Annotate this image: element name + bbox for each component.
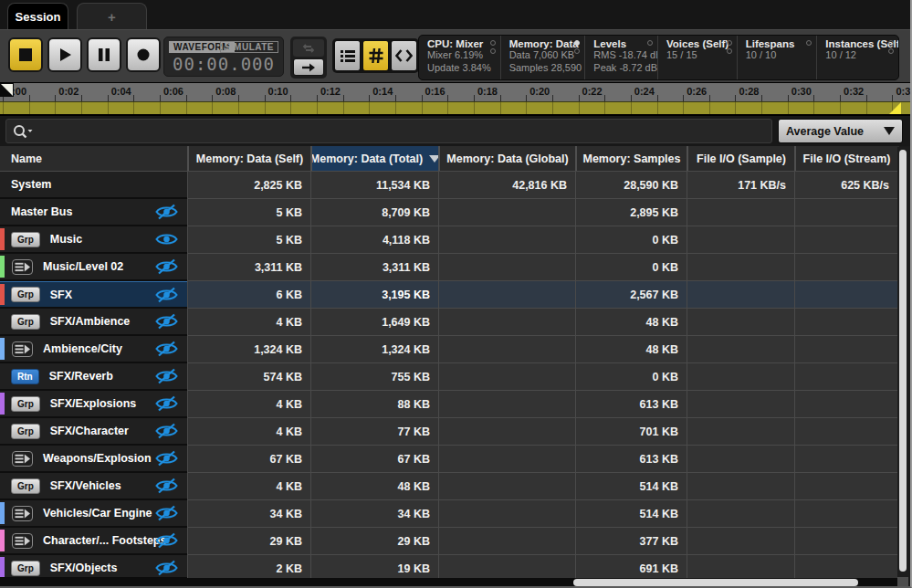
name-cell[interactable]: GrpSFX/Explosions bbox=[0, 391, 187, 418]
table-row-sfx-character[interactable]: GrpSFX/Character 4 KB77 KB701 KB bbox=[0, 418, 899, 446]
value-cell-memory-data-total[interactable]: 19 KB bbox=[310, 555, 438, 578]
name-cell[interactable]: GrpSFX bbox=[0, 281, 187, 309]
value-cell-memory-data-total[interactable]: 3,195 KB bbox=[310, 281, 438, 309]
value-cell-memory-data-global[interactable] bbox=[438, 254, 575, 281]
value-cell-memory-data-self[interactable]: 6 KB bbox=[187, 281, 310, 309]
value-cell-file-i-o-sample[interactable] bbox=[687, 446, 794, 473]
value-cell-file-i-o-stream[interactable] bbox=[794, 281, 897, 309]
value-cell-file-i-o-sample[interactable] bbox=[687, 226, 794, 254]
value-cell-file-i-o-sample[interactable] bbox=[687, 555, 794, 578]
value-cell-file-i-o-stream[interactable] bbox=[794, 528, 897, 555]
column-header-file-i-o-stream[interactable]: File I/O (Stream) bbox=[794, 146, 897, 171]
name-cell[interactable]: Master Bus bbox=[0, 199, 187, 226]
counter-levels[interactable]: LevelsRMS -18.74 dBPeak -8.72 dB bbox=[584, 36, 657, 79]
value-cell-file-i-o-sample[interactable] bbox=[687, 336, 794, 363]
value-cell-memory-data-global[interactable] bbox=[438, 500, 575, 528]
value-cell-memory-data-self[interactable]: 34 KB bbox=[187, 500, 310, 528]
value-cell-file-i-o-sample[interactable] bbox=[687, 254, 794, 281]
value-cell-file-i-o-stream[interactable] bbox=[794, 473, 897, 500]
value-cell-file-i-o-stream[interactable] bbox=[794, 446, 897, 473]
value-cell-file-i-o-stream[interactable] bbox=[794, 309, 897, 336]
counter-memory-data[interactable]: Memory: DataData 7,060 KBSamples 28,590 … bbox=[500, 36, 585, 79]
aggregation-dropdown[interactable]: Average Value bbox=[778, 119, 903, 143]
value-cell-memory-data-global[interactable] bbox=[438, 528, 575, 555]
play-button[interactable] bbox=[47, 37, 82, 72]
value-cell-memory-data-self[interactable]: 4 KB bbox=[187, 418, 310, 446]
name-cell[interactable]: GrpSFX/Vehicles bbox=[0, 473, 187, 500]
value-cell-memory-data-total[interactable]: 4,118 KB bbox=[310, 226, 438, 254]
name-cell[interactable]: GrpSFX/Objects bbox=[0, 555, 187, 578]
visibility-off-eye-icon[interactable] bbox=[154, 478, 179, 494]
value-cell-memory-data-global[interactable] bbox=[438, 418, 575, 446]
visibility-off-eye-icon[interactable] bbox=[154, 341, 179, 357]
column-header-memory-data-global[interactable]: Memory: Data (Global) bbox=[438, 146, 575, 171]
value-cell-memory-samples[interactable]: 377 KB bbox=[575, 528, 687, 555]
value-cell-memory-data-self[interactable]: 4 KB bbox=[187, 309, 310, 336]
tab-session[interactable]: Session bbox=[7, 3, 68, 29]
record-button[interactable] bbox=[126, 37, 161, 72]
column-header-file-i-o-sample[interactable]: File I/O (Sample) bbox=[687, 146, 794, 171]
visibility-off-eye-icon[interactable] bbox=[154, 505, 179, 521]
value-cell-memory-samples[interactable]: 2,895 KB bbox=[575, 199, 687, 226]
table-row-music[interactable]: GrpMusic 5 KB4,118 KB0 KB bbox=[0, 226, 899, 254]
value-cell-memory-samples[interactable]: 0 KB bbox=[575, 254, 687, 281]
value-cell-memory-data-global[interactable] bbox=[438, 199, 575, 226]
name-cell[interactable]: Vehicles/Car Engine bbox=[0, 500, 187, 528]
value-cell-memory-samples[interactable]: 514 KB bbox=[575, 473, 687, 500]
table-row-character-footsteps[interactable]: Character/... Footsteps 29 KB29 KB377 KB bbox=[0, 528, 899, 555]
value-cell-file-i-o-sample[interactable] bbox=[687, 363, 794, 391]
vertical-scrollbar-thumb[interactable] bbox=[899, 150, 907, 572]
value-cell-memory-data-global[interactable] bbox=[438, 336, 575, 363]
table-row-sfx[interactable]: GrpSFX 6 KB3,195 KB2,567 KB bbox=[0, 281, 899, 309]
name-cell[interactable]: System bbox=[0, 172, 187, 199]
value-cell-memory-samples[interactable]: 691 KB bbox=[575, 555, 687, 578]
name-cell[interactable]: GrpSFX/Character bbox=[0, 418, 187, 446]
value-cell-memory-data-self[interactable]: 574 KB bbox=[187, 363, 310, 391]
value-cell-memory-data-self[interactable]: 67 KB bbox=[187, 446, 310, 473]
value-cell-file-i-o-sample[interactable] bbox=[687, 309, 794, 336]
value-cell-memory-data-total[interactable]: 755 KB bbox=[310, 363, 438, 391]
value-cell-file-i-o-stream[interactable] bbox=[794, 391, 897, 418]
value-cell-memory-samples[interactable]: 0 KB bbox=[575, 226, 687, 254]
value-cell-memory-samples[interactable]: 2,567 KB bbox=[575, 281, 687, 309]
value-cell-memory-data-self[interactable]: 2 KB bbox=[187, 555, 310, 578]
table-row-music-level-02[interactable]: Music/Level 02 3,311 KB3,311 KB0 KB bbox=[0, 254, 899, 281]
value-cell-memory-data-self[interactable]: 3,311 KB bbox=[187, 254, 310, 281]
value-cell-memory-samples[interactable]: 514 KB bbox=[575, 500, 687, 528]
table-row-ambience-city[interactable]: Ambience/City 1,324 KB1,324 KB48 KB bbox=[0, 336, 899, 363]
visibility-off-eye-icon[interactable] bbox=[154, 368, 179, 384]
value-cell-memory-samples[interactable]: 701 KB bbox=[575, 418, 687, 446]
playhead-marker[interactable] bbox=[0, 83, 14, 97]
table-row-sfx-reverb[interactable]: RtnSFX/Reverb 574 KB755 KB0 KB bbox=[0, 363, 899, 391]
view-graph-button[interactable] bbox=[362, 40, 389, 71]
value-cell-memory-data-global[interactable] bbox=[438, 555, 575, 578]
value-cell-memory-data-total[interactable]: 3,311 KB bbox=[310, 254, 438, 281]
value-cell-memory-data-global[interactable] bbox=[438, 281, 575, 309]
name-cell[interactable]: GrpSFX/Ambience bbox=[0, 309, 187, 336]
value-cell-memory-data-total[interactable]: 48 KB bbox=[310, 473, 438, 500]
visibility-off-eye-icon[interactable] bbox=[154, 560, 179, 576]
visibility-off-eye-icon[interactable] bbox=[154, 423, 179, 439]
column-header-memory-data-total[interactable]: Memory: Data (Total) bbox=[310, 146, 438, 171]
value-cell-memory-data-total[interactable]: 34 KB bbox=[310, 500, 438, 528]
value-cell-memory-data-total[interactable]: 29 KB bbox=[310, 528, 438, 555]
column-header-memory-data-self[interactable]: Memory: Data (Self) bbox=[187, 146, 310, 171]
value-cell-memory-data-self[interactable]: 5 KB bbox=[187, 199, 310, 226]
name-cell[interactable]: GrpMusic bbox=[0, 226, 187, 254]
value-cell-memory-data-global[interactable] bbox=[438, 391, 575, 418]
value-cell-memory-data-self[interactable]: 2,825 KB bbox=[187, 172, 310, 199]
value-cell-memory-data-self[interactable]: 1,324 KB bbox=[187, 336, 310, 363]
simulate-mode-toggle[interactable]: SIMULATE bbox=[220, 41, 278, 53]
stop-button[interactable] bbox=[8, 37, 43, 72]
column-header-memory-samples[interactable]: Memory: Samples bbox=[575, 146, 687, 171]
value-cell-memory-samples[interactable]: 613 KB bbox=[575, 391, 687, 418]
value-cell-file-i-o-stream[interactable]: 625 KB/s bbox=[794, 172, 897, 199]
value-cell-file-i-o-stream[interactable] bbox=[794, 226, 897, 254]
table-row-sfx-explosions[interactable]: GrpSFX/Explosions 4 KB88 KB613 KB bbox=[0, 391, 899, 418]
table-row-sfx-objects[interactable]: GrpSFX/Objects 2 KB19 KB691 KB bbox=[0, 555, 899, 578]
table-row-weapons-explosion[interactable]: Weapons/Explosion 67 KB67 KB613 KB bbox=[0, 446, 899, 473]
value-cell-file-i-o-sample[interactable]: 171 KB/s bbox=[687, 172, 794, 199]
visibility-off-eye-icon[interactable] bbox=[154, 532, 179, 549]
visibility-off-eye-icon[interactable] bbox=[154, 287, 179, 303]
table-row-master-bus[interactable]: Master Bus 5 KB8,709 KB2,895 KB bbox=[0, 199, 899, 226]
